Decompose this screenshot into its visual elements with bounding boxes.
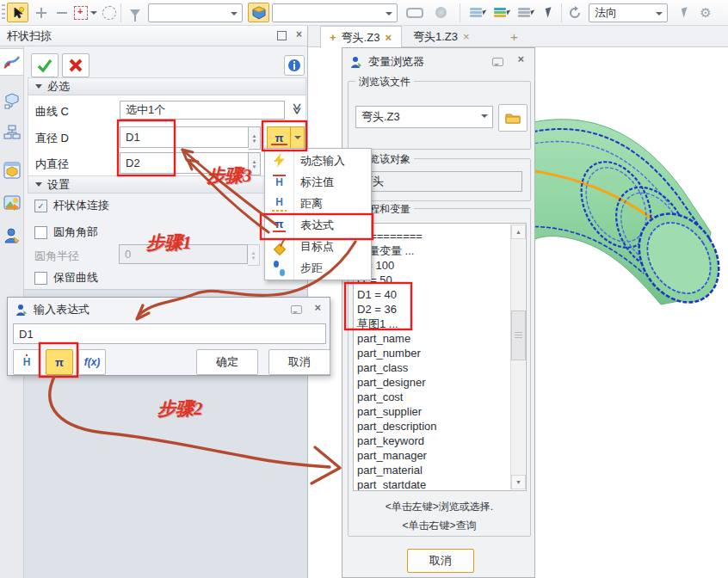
variable-list-item[interactable]: L = 100 — [357, 258, 510, 273]
stack-pick-button-2[interactable] — [490, 3, 509, 22]
chevron-down-icon — [294, 136, 301, 139]
variable-list-item[interactable]: r1 = 50 — [357, 273, 510, 287]
open-file-button[interactable] — [498, 104, 527, 132]
dimension-mode-button[interactable] — [13, 349, 40, 375]
tab-active-document[interactable]: + 弯头.Z3 × — [320, 26, 402, 48]
variable-list-item[interactable]: part_startdate — [357, 477, 510, 491]
variable-list-item[interactable]: part_class — [357, 360, 510, 375]
collapse-icon — [35, 182, 42, 187]
checkbox-keep-curve[interactable]: 保留曲线 — [34, 270, 98, 286]
menu-item[interactable]: 距离 — [265, 193, 371, 214]
function-button[interactable]: f(x) — [78, 349, 106, 375]
pi-dropdown-caret[interactable] — [290, 126, 305, 149]
image-icon — [3, 194, 21, 212]
variable-list-item[interactable]: part_material — [357, 463, 510, 477]
section-required[interactable]: 必选 — [28, 77, 306, 95]
filter-combo[interactable] — [148, 3, 243, 22]
variable-list-item[interactable]: part_cost — [357, 390, 510, 404]
menu-item[interactable]: 表达式 — [265, 214, 371, 236]
sidebar-item-user[interactable] — [0, 222, 24, 249]
select-help-button[interactable] — [7, 3, 28, 22]
inner-diameter-input[interactable]: D2 — [120, 152, 249, 174]
variable-list-item[interactable]: ========== — [357, 229, 510, 243]
close-icon[interactable]: × — [517, 52, 524, 65]
comment-icon[interactable] — [291, 305, 302, 314]
variable-list-item[interactable]: 草图1 ... — [357, 317, 510, 331]
variable-list-item[interactable]: part_name — [357, 331, 510, 346]
checkbox-fillet-corner[interactable]: 圆角角部 — [34, 224, 98, 240]
reorient-button[interactable] — [566, 3, 583, 22]
comment-icon[interactable] — [492, 58, 503, 66]
diameter-input[interactable]: D1 — [120, 126, 249, 148]
filter-button[interactable] — [127, 3, 143, 22]
variable-list-item[interactable]: part_keyword — [357, 434, 510, 448]
variable-list-item[interactable]: D1 = 40 — [357, 287, 510, 302]
restore-icon[interactable] — [277, 31, 287, 40]
sidebar-item-solid-window[interactable] — [0, 157, 24, 184]
cursor-icon — [681, 7, 689, 17]
curve-input[interactable]: 选中1个 — [120, 101, 285, 120]
settings-cursor-button[interactable]: ⚙ — [697, 3, 714, 22]
pick-region-caret[interactable] — [89, 3, 98, 22]
variable-list-item[interactable]: part_supplier — [357, 404, 510, 419]
sidebar-item-assembly-tree[interactable] — [0, 119, 24, 146]
menu-item[interactable]: 标注值 — [265, 171, 371, 193]
variable-list-item[interactable]: 标量变量 ... — [357, 243, 510, 258]
panel-titlebar[interactable]: 杆状扫掠 × — [0, 26, 307, 46]
sidebar-item-render[interactable] — [0, 189, 24, 217]
checkbox-icon[interactable] — [34, 272, 47, 285]
sidebar-item-history[interactable] — [0, 88, 24, 115]
file-combo[interactable]: 弯头.Z3 — [355, 106, 493, 128]
cancel-button[interactable]: 取消 — [268, 349, 330, 375]
dialog-pi-button[interactable]: π — [46, 349, 73, 375]
selection-combo[interactable] — [272, 3, 398, 22]
stack-pick-button-3[interactable] — [515, 3, 534, 22]
variable-list-item[interactable]: D2 = 36 — [357, 302, 510, 317]
chain-button[interactable] — [404, 3, 425, 22]
disc-button[interactable] — [432, 3, 449, 22]
expression-input[interactable]: D1 — [13, 323, 326, 344]
variables-listbox[interactable]: ========== 标量变量 ... L = 100 r1 = 50 D1 =… — [353, 223, 527, 491]
add-button[interactable] — [33, 3, 50, 22]
tab-inactive-document[interactable]: 弯头1.Z3 × — [404, 26, 497, 47]
pick-cursor-button[interactable] — [678, 3, 692, 22]
select-button[interactable] — [542, 3, 556, 22]
checkbox-checked-icon[interactable]: ✓ — [34, 200, 47, 212]
cancel-button[interactable]: 取消 — [407, 549, 474, 573]
cancel-button[interactable] — [62, 53, 89, 77]
menu-item[interactable]: 动态输入 — [265, 150, 371, 171]
scroll-up-icon[interactable]: ▲ — [511, 224, 526, 239]
ok-button[interactable]: 确定 — [196, 349, 258, 375]
tab-close-icon[interactable]: × — [463, 30, 470, 43]
checkbox-rod-connect[interactable]: ✓ 杆状体连接 — [34, 198, 109, 213]
variable-list-item[interactable]: part_designer — [357, 375, 510, 390]
stack-pick-button-1[interactable] — [466, 3, 485, 22]
remove-button[interactable] — [53, 3, 71, 22]
variable-list-item[interactable]: part_description — [357, 419, 510, 434]
scrollbar[interactable]: ▲ ▼ — [510, 224, 525, 489]
scroll-thumb[interactable] — [511, 311, 526, 360]
variable-list-item[interactable]: part_number — [357, 346, 510, 360]
menu-item[interactable]: 步距 — [265, 257, 371, 279]
close-icon[interactable]: × — [296, 29, 302, 40]
info-button[interactable] — [284, 55, 305, 76]
close-icon[interactable]: × — [314, 301, 321, 314]
new-tab-button[interactable]: + — [502, 26, 522, 47]
sidebar-item-sweep[interactable] — [0, 48, 24, 76]
tab-close-icon[interactable]: × — [385, 31, 392, 44]
ok-button[interactable] — [31, 53, 59, 77]
toolbar-grip[interactable] — [2, 4, 5, 22]
variable-list-item[interactable]: part_manager — [357, 448, 510, 463]
diameter-spinner[interactable]: ▲▼ — [249, 126, 261, 150]
checkbox-icon[interactable] — [34, 226, 47, 239]
scroll-down-icon[interactable]: ▼ — [511, 475, 526, 489]
lasso-button[interactable] — [102, 3, 117, 22]
double-chevron-icon[interactable]: ≫ — [291, 103, 304, 115]
menu-item[interactable]: 目标点 — [265, 236, 371, 257]
orientation-combo[interactable]: 法向 — [589, 3, 668, 22]
pick-region-button[interactable] — [73, 3, 89, 22]
view-cube-button[interactable] — [248, 3, 269, 22]
inner-diameter-spinner[interactable]: ▲▼ — [249, 152, 261, 175]
red-x-icon — [68, 58, 83, 73]
pi-expression-button[interactable]: π — [267, 126, 292, 149]
